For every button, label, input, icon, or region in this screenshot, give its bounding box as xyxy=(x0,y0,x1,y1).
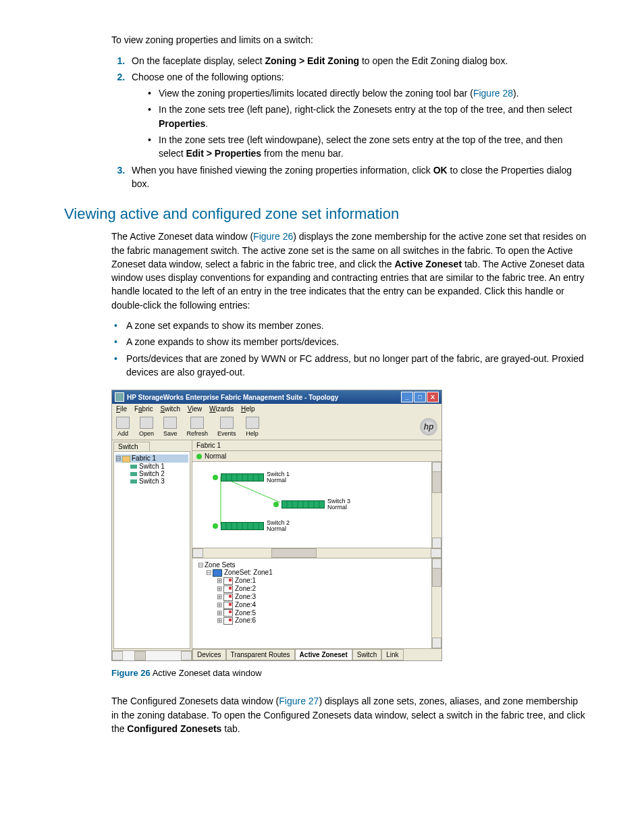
help-icon xyxy=(246,417,259,429)
minimize-button[interactable]: _ xyxy=(401,392,413,402)
scroll-track[interactable] xyxy=(123,651,181,660)
s2o2-bold: Properties xyxy=(159,118,205,129)
step-1: On the faceplate display, select Zoning … xyxy=(128,54,587,68)
node1-label: Switch 1Normal xyxy=(267,471,290,484)
scroll-left-button[interactable] xyxy=(112,651,123,660)
figure-27-link[interactable]: Figure 27 xyxy=(279,696,319,706)
tool-add-label: Add xyxy=(117,430,128,437)
s2o1-a: View the zoning properties/limits locate… xyxy=(159,88,473,99)
intro-text: To view zoning properties and limits on … xyxy=(111,34,587,47)
fabric-status: Normal xyxy=(192,451,441,462)
tool-help-label: Help xyxy=(246,430,259,437)
left-scrollbar[interactable] xyxy=(112,650,192,660)
refresh-icon xyxy=(190,417,204,429)
zone-1[interactable]: ⊞Zone:1 xyxy=(217,577,436,585)
node2-label: Switch 3Normal xyxy=(327,498,350,511)
window-titlebar[interactable]: HP StorageWorks Enterprise Fabric Manage… xyxy=(112,390,441,404)
menu-fabric[interactable]: Fabric xyxy=(134,405,153,413)
fabric-tree[interactable]: ⊟Fabric 1 Switch 1 Switch 2 Switch 3 xyxy=(113,451,190,649)
figure-28-link[interactable]: Figure 28 xyxy=(473,88,513,99)
tool-open-label: Open xyxy=(139,430,154,437)
topology-node-switch-2[interactable]: Switch 2Normal xyxy=(213,520,290,532)
zone-icon xyxy=(223,609,233,617)
zone-2[interactable]: ⊞Zone:2 xyxy=(217,585,436,593)
tree-switch-3[interactable]: Switch 3 xyxy=(130,477,188,485)
tab-switch[interactable]: Switch xyxy=(352,649,381,660)
add-icon xyxy=(116,417,130,429)
p2-c: tab. xyxy=(221,723,240,734)
node2-switch-icon xyxy=(281,500,325,509)
menu-wizards[interactable]: Wizards xyxy=(209,405,234,413)
fabric-status-label: Normal xyxy=(205,452,226,460)
step2-text: Choose one of the following options: xyxy=(132,72,284,82)
tool-events[interactable]: Events xyxy=(217,417,236,437)
tree-switch-1[interactable]: Switch 1 xyxy=(130,463,188,470)
step1-a: On the faceplate display, select xyxy=(132,55,265,66)
tool-save[interactable]: Save xyxy=(163,417,178,437)
switch-tab[interactable]: Switch xyxy=(113,442,150,451)
zone-4[interactable]: ⊞Zone:4 xyxy=(217,601,436,609)
topology-node-switch-3[interactable]: Switch 3Normal xyxy=(273,498,350,511)
menu-bar: File Fabric Switch View Wizards Help xyxy=(112,404,441,414)
zone-5[interactable]: ⊞Zone:5 xyxy=(217,609,436,617)
tool-open[interactable]: Open xyxy=(139,417,154,437)
p1-bold1: Active Zoneset xyxy=(394,259,462,269)
data-window-tabs: Devices Transparent Routes Active Zonese… xyxy=(192,648,441,660)
s2o2-a: In the zone sets tree (left pane), right… xyxy=(159,104,572,115)
zoneset-tree[interactable]: ⊟Zone Sets ⊟ZoneSet: Zone1 ⊞Zone:1 ⊞Zone… xyxy=(192,558,441,627)
zone-icon xyxy=(223,602,233,609)
figure-26-text: Active Zoneset data window xyxy=(151,668,262,678)
canvas-vscrollbar[interactable] xyxy=(431,462,441,548)
bullet-2: A zone expands to show its member ports/… xyxy=(111,335,587,348)
fabric-header: Fabric 1 xyxy=(192,440,441,451)
tool-help[interactable]: Help xyxy=(246,417,259,437)
topology-canvas[interactable]: Switch 1Normal Switch 3Normal Switch 2No… xyxy=(192,462,441,558)
step-3: When you have finished viewing the zonin… xyxy=(128,163,587,191)
menu-help[interactable]: Help xyxy=(241,405,255,413)
maximize-button[interactable]: □ xyxy=(414,392,426,402)
step1-c: to open the Edit Zoning dialog box. xyxy=(359,55,508,66)
zone-6[interactable]: ⊞Zone:6 xyxy=(217,617,436,625)
node3-status-icon xyxy=(213,523,218,529)
zoneset-vscrollbar[interactable] xyxy=(431,558,441,648)
step2-sublist: View the zoning properties/limits locate… xyxy=(146,86,587,160)
tab-transparent-routes[interactable]: Transparent Routes xyxy=(226,649,295,660)
zoneset-panel: ⊟Zone Sets ⊟ZoneSet: Zone1 ⊞Zone:1 ⊞Zone… xyxy=(192,558,441,648)
zoneset-root[interactable]: ⊟Zone Sets xyxy=(198,561,436,569)
scroll-right-button[interactable] xyxy=(181,651,192,660)
tree-fabric-1[interactable]: ⊟Fabric 1 xyxy=(115,454,188,462)
menu-file[interactable]: File xyxy=(116,405,127,413)
tree-fabric-label: Fabric 1 xyxy=(132,454,156,462)
zone-icon xyxy=(223,617,233,625)
topology-node-switch-1[interactable]: Switch 1Normal xyxy=(213,471,290,484)
step3-a: When you have finished viewing the zonin… xyxy=(132,165,433,176)
figure-26-link[interactable]: Figure 26 xyxy=(253,231,293,242)
zone-icon xyxy=(223,594,233,601)
tool-events-label: Events xyxy=(217,430,236,437)
tree-sw3-label: Switch 3 xyxy=(139,477,165,485)
tab-active-zoneset[interactable]: Active Zoneset xyxy=(295,649,352,660)
tab-link[interactable]: Link xyxy=(381,649,403,660)
window-title: HP StorageWorks Enterprise Fabric Manage… xyxy=(127,394,401,401)
right-pane: Fabric 1 Normal Switch 1Normal Switch 3N… xyxy=(192,440,441,660)
tool-refresh[interactable]: Refresh xyxy=(187,417,209,437)
scroll-thumb[interactable] xyxy=(134,651,146,660)
s2o3-c: from the menu bar. xyxy=(261,148,343,159)
menu-view[interactable]: View xyxy=(188,405,203,413)
tree-switch-2[interactable]: Switch 2 xyxy=(130,470,188,477)
node2-status-icon xyxy=(273,502,279,507)
figure-26-label: Figure 26 xyxy=(111,668,151,678)
close-button[interactable]: X xyxy=(427,392,439,402)
zone-3[interactable]: ⊞Zone:3 xyxy=(217,593,436,601)
tool-add[interactable]: Add xyxy=(116,417,130,437)
app-icon xyxy=(115,392,124,402)
save-icon xyxy=(163,417,177,429)
menu-switch[interactable]: Switch xyxy=(160,405,180,413)
tab-devices[interactable]: Devices xyxy=(192,649,226,660)
zoneset-zone1[interactable]: ⊟ZoneSet: Zone1 xyxy=(206,569,436,577)
node3-label: Switch 2Normal xyxy=(267,520,290,532)
canvas-hscrollbar[interactable] xyxy=(192,548,441,558)
step2-opt2: In the zone sets tree (left pane), right… xyxy=(146,103,587,130)
tool-save-label: Save xyxy=(163,430,178,437)
zone1-label: Zone:1 xyxy=(235,577,256,584)
